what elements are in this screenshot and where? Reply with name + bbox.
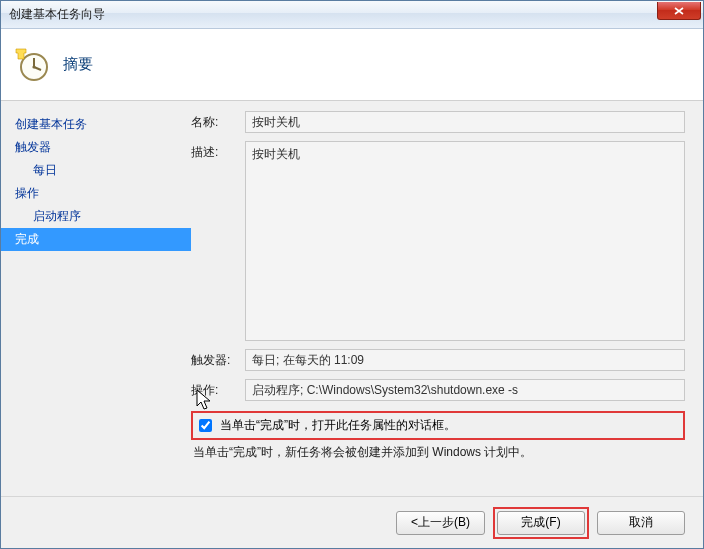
finish-hint: 当单击“完成”时，新任务将会被创建并添加到 Windows 计划中。: [191, 442, 685, 467]
trigger-row: 触发器: 每日; 在每天的 11:09: [191, 349, 685, 371]
finish-button[interactable]: 完成(F): [497, 511, 585, 535]
name-row: 名称:: [191, 111, 685, 133]
description-label: 描述:: [191, 141, 235, 161]
open-properties-checkbox[interactable]: [199, 419, 212, 432]
description-field[interactable]: [245, 141, 685, 341]
wizard-main: 名称: 描述: 触发器: 每日; 在每天的 11:09 操作: 启动程序; C:…: [191, 101, 703, 496]
wizard-window: 创建基本任务向导 摘要 创建基本任务 触发器 每日: [0, 0, 704, 549]
name-label: 名称:: [191, 111, 235, 131]
wizard-body: 创建基本任务 触发器 每日 操作 启动程序 完成 名称: 描述: 触发器: 每日…: [1, 101, 703, 496]
close-button[interactable]: [657, 2, 701, 20]
open-properties-checkbox-label: 当单击“完成”时，打开此任务属性的对话框。: [220, 417, 456, 434]
step-action[interactable]: 操作: [1, 182, 191, 205]
page-title: 摘要: [63, 55, 93, 74]
step-daily[interactable]: 每日: [1, 159, 191, 182]
step-finish[interactable]: 完成: [1, 228, 191, 251]
description-row: 描述:: [191, 141, 685, 341]
action-value: 启动程序; C:\Windows\System32\shutdown.exe -…: [245, 379, 685, 401]
open-properties-checkbox-row[interactable]: 当单击“完成”时，打开此任务属性的对话框。: [191, 411, 685, 440]
back-button[interactable]: <上一步(B): [396, 511, 485, 535]
svg-point-3: [32, 65, 35, 68]
name-field[interactable]: [245, 111, 685, 133]
close-icon: [674, 7, 684, 15]
cancel-button[interactable]: 取消: [597, 511, 685, 535]
window-title: 创建基本任务向导: [9, 6, 105, 23]
step-start-program[interactable]: 启动程序: [1, 205, 191, 228]
step-trigger[interactable]: 触发器: [1, 136, 191, 159]
wizard-button-bar: <上一步(B) 完成(F) 取消: [1, 496, 703, 548]
trigger-label: 触发器:: [191, 352, 235, 369]
step-create-basic-task[interactable]: 创建基本任务: [1, 113, 191, 136]
clock-new-icon: [15, 48, 49, 82]
trigger-value: 每日; 在每天的 11:09: [245, 349, 685, 371]
action-label: 操作:: [191, 382, 235, 399]
action-row: 操作: 启动程序; C:\Windows\System32\shutdown.e…: [191, 379, 685, 401]
titlebar: 创建基本任务向导: [1, 1, 703, 29]
window-controls: [657, 1, 703, 28]
wizard-steps-sidebar: 创建基本任务 触发器 每日 操作 启动程序 完成: [1, 101, 191, 496]
finish-button-highlight: 完成(F): [493, 507, 589, 539]
wizard-header: 摘要: [1, 29, 703, 101]
